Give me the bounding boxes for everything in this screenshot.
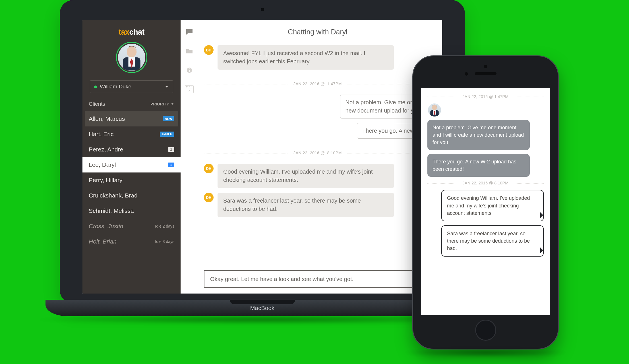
logo-tax: tax xyxy=(119,28,129,36)
svg-point-0 xyxy=(127,47,136,57)
folder-tab-icon[interactable] xyxy=(185,47,194,55)
message-incoming: DH Awesome! FYI, I just received a secon… xyxy=(204,45,431,70)
divider-at: @ xyxy=(320,82,325,86)
current-user-avatar xyxy=(82,42,181,77)
preparer-avatar xyxy=(428,103,544,117)
client-item-cruickshank[interactable]: Cruickshank, Brad xyxy=(82,188,181,203)
check-icon: ✓ xyxy=(188,90,191,92)
chat-tab-icon[interactable] xyxy=(185,27,194,36)
time-divider: JAN 22, 2016 @ 1:47PM xyxy=(427,94,544,99)
sender-initials: DH xyxy=(204,164,214,173)
client-name: Holt, Brian xyxy=(89,238,117,245)
laptop-camera-icon xyxy=(261,8,264,11)
sidebar: taxchat xyxy=(82,20,181,294)
chat-pane: Chatting with Daryl DH Awesome! FYI, I j… xyxy=(198,20,442,294)
user-select-dropdown[interactable]: William Duke ▼ xyxy=(90,80,173,93)
client-item-perry[interactable]: Perry, Hillary xyxy=(82,172,181,188)
divider-at: @ xyxy=(489,94,493,99)
client-item-schmidt[interactable]: Schmidt, Melissa xyxy=(82,203,181,219)
chevron-down-icon: ▼ xyxy=(164,85,169,88)
badge-count: 1 xyxy=(168,163,174,167)
divider-time: 1:47PM xyxy=(327,82,342,86)
sort-caret-icon: ▼ xyxy=(171,103,174,105)
message-bubble: Awesome! FYI, I just received a second W… xyxy=(218,45,394,70)
client-name: Hart, Eric xyxy=(89,131,114,138)
year-tag: 2015 ✓ xyxy=(185,85,193,93)
idle-status: Idle 2 days xyxy=(155,224,174,228)
divider-time: 1:47PM xyxy=(494,94,508,99)
client-name: Perry, Hillary xyxy=(89,177,123,184)
svg-rect-4 xyxy=(189,70,190,72)
client-name: Cruickshank, Brad xyxy=(89,192,138,199)
divider-at: @ xyxy=(320,151,325,155)
client-item-perez[interactable]: Perez, Andre 2 xyxy=(82,142,181,157)
user-message: Sara was a freelancer last year, so ther… xyxy=(441,225,544,257)
client-list: Allen, Marcus NEW Hart, Eric E-FILE Pere… xyxy=(82,111,181,294)
phone-sensor-icon xyxy=(484,65,487,68)
divider-date: JAN 22, 2016 xyxy=(293,82,319,86)
sender-initials: DH xyxy=(204,193,214,202)
sort-priority-button[interactable]: PRIORITY ▼ xyxy=(150,102,174,106)
message-bubble: Good evening William. I've uploaded me a… xyxy=(218,164,394,188)
svg-point-5 xyxy=(189,68,190,69)
client-item-cross[interactable]: Cross, Justin Idle 2 days xyxy=(82,219,181,234)
client-item-hart[interactable]: Hart, Eric E-FILE xyxy=(82,126,181,142)
sort-label: PRIORITY xyxy=(150,102,169,106)
sender-initials: DH xyxy=(204,45,214,55)
year-label: 2015 xyxy=(186,86,192,89)
time-divider: JAN 22, 2016 @ 8:10PM xyxy=(427,181,544,185)
user-name: William Duke xyxy=(100,84,131,90)
phone-screen: JAN 22, 2016 @ 1:47PM xyxy=(421,88,550,315)
composer-text: Okay great. Let me have a look and see w… xyxy=(210,276,353,282)
idle-status: Idle 3 days xyxy=(155,239,174,244)
logo-chat: chat xyxy=(129,28,145,36)
badge-new: NEW xyxy=(163,116,174,121)
app-logo: taxchat xyxy=(82,20,181,42)
message-composer-input[interactable]: Okay great. Let me have a look and see w… xyxy=(204,270,431,288)
phone-device: JAN 22, 2016 @ 1:47PM xyxy=(412,55,559,350)
year-tab-icon[interactable]: 2015 ✓ xyxy=(185,85,194,93)
laptop-bezel: taxchat xyxy=(60,0,465,303)
client-item-allen[interactable]: Allen, Marcus NEW xyxy=(85,111,178,126)
client-name: Schmidt, Melissa xyxy=(89,207,134,214)
laptop-notch xyxy=(230,300,295,304)
message-incoming: DH Sara was a freelancer last year, so t… xyxy=(204,193,431,217)
divider-date: JAN 22, 2016 xyxy=(463,181,488,185)
app-root: taxchat xyxy=(82,20,442,294)
avatar-image xyxy=(428,103,441,117)
badge-count: 2 xyxy=(168,147,174,152)
user-message: Good evening William. I've uploaded me a… xyxy=(441,190,544,221)
badge-efile: E-FILE xyxy=(160,132,174,137)
avatar-image xyxy=(118,44,145,71)
time-divider: JAN 22, 2016 @ 8:10PM xyxy=(204,151,431,155)
time-divider: JAN 22, 2016 @ 1:47PM xyxy=(204,82,431,86)
message-outgoing: Not a problem. Give me one mo new docume… xyxy=(204,95,431,118)
phone-chat: JAN 22, 2016 @ 1:47PM xyxy=(421,88,550,265)
svg-point-6 xyxy=(432,105,437,110)
info-tab-icon[interactable] xyxy=(185,66,194,74)
text-cursor-icon xyxy=(356,275,356,283)
client-name: Perez, Andre xyxy=(89,146,123,153)
client-name: Cross, Justin xyxy=(89,223,123,230)
preparer-message: There you go. A new W-2 upload has been … xyxy=(427,154,530,177)
client-item-holt[interactable]: Holt, Brian Idle 3 days xyxy=(82,234,181,249)
client-name: Lee, Daryl xyxy=(89,161,116,168)
divider-time: 8:10PM xyxy=(327,151,342,155)
client-item-lee-active[interactable]: Lee, Daryl 1 xyxy=(82,157,181,172)
phone-bezel: JAN 22, 2016 @ 1:47PM xyxy=(412,55,559,350)
action-rail: 2015 ✓ xyxy=(181,20,198,294)
clients-label: Clients xyxy=(89,101,105,107)
divider-date: JAN 22, 2016 xyxy=(463,94,488,99)
divider-at: @ xyxy=(489,181,493,185)
laptop-screen: taxchat xyxy=(82,20,442,294)
divider-time: 8:10PM xyxy=(494,181,508,185)
message-incoming: DH Good evening William. I've uploaded m… xyxy=(204,164,431,188)
phone-home-button[interactable] xyxy=(475,320,496,341)
chat-title: Chatting with Daryl xyxy=(204,28,431,36)
laptop-brand: MacBook xyxy=(250,305,274,311)
client-name: Allen, Marcus xyxy=(89,115,125,122)
message-bubble: Sara was a freelancer last year, so ther… xyxy=(218,193,394,217)
status-dot-icon xyxy=(94,86,97,88)
user-status: William Duke xyxy=(94,84,131,90)
preparer-message: Not a problem. Give me one moment and I … xyxy=(427,120,530,150)
